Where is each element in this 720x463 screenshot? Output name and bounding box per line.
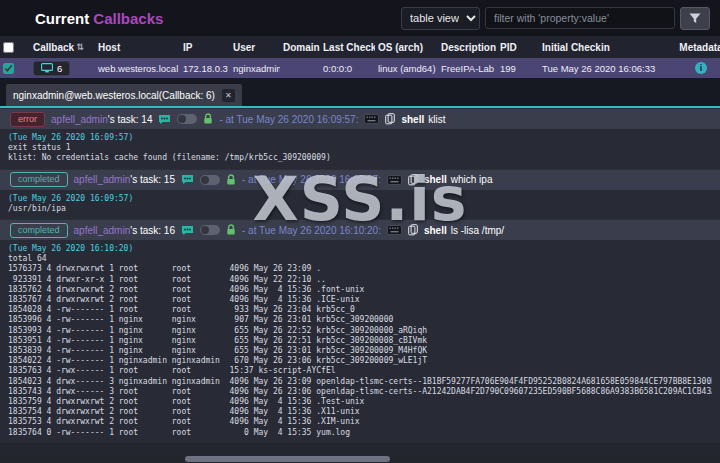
task-header-16: completed apfell_admin's task: 16 - at T…: [0, 219, 720, 240]
select-all-checkbox[interactable]: [3, 42, 14, 53]
row-user: nginxadmin: [230, 63, 280, 74]
callback-id-button[interactable]: 6: [33, 61, 70, 76]
row-initial-checkin: Tue May 26 2020 16:06:33: [539, 63, 679, 74]
task-timestamp: - at Tue May 26 2020 16:10:20:: [242, 225, 381, 236]
comment-toggle[interactable]: [200, 175, 220, 185]
col-initial-checkin: Initial Checkin: [539, 42, 679, 53]
comments-icon[interactable]: [181, 174, 194, 185]
tab-callback-6[interactable]: nginxadmin@web.westeros.local(Callback: …: [6, 84, 242, 106]
operator-name: apfell_admin: [51, 114, 108, 125]
status-badge: completed: [10, 223, 68, 238]
row-host: web.westeros.local: [95, 63, 180, 74]
lock-icon: [226, 174, 236, 186]
sort-icon[interactable]: ⇅: [76, 42, 84, 52]
funnel-icon: [689, 13, 701, 24]
col-host: Host: [95, 42, 180, 53]
command-params: ls -lisa /tmp/: [451, 225, 504, 236]
col-ip: IP: [180, 42, 230, 53]
keyboard-icon[interactable]: [387, 225, 402, 235]
response-output: exit status 1 klist: No credentials cach…: [8, 143, 712, 163]
page-title-prefix: Current: [35, 10, 93, 27]
callback-row[interactable]: 6 web.westeros.local 172.18.0.3 nginxadm…: [0, 58, 720, 78]
callback-id: 6: [57, 63, 62, 74]
operator-name: apfell_admin: [74, 225, 131, 236]
task-header-14: error apfell_admin's task: 14 - at Tue M…: [0, 108, 720, 129]
horizontal-scrollbar-thumb[interactable]: [185, 456, 390, 462]
lock-icon: [226, 224, 236, 236]
row-select-cell: [0, 63, 30, 74]
col-user: User: [230, 42, 280, 53]
task-title: apfell_admin's task: 14: [51, 114, 152, 125]
horizontal-scrollbar: [0, 455, 720, 463]
callbacks-app: Current Callbacks table view Callback⇅ H…: [0, 0, 720, 463]
monitor-icon: [41, 63, 53, 73]
col-description: Description: [438, 42, 497, 53]
col-callback-label: Callback: [33, 42, 74, 53]
task-title: apfell_admin's task: 15: [74, 174, 175, 185]
col-callback: Callback⇅: [30, 42, 95, 53]
top-bar: Current Callbacks table view: [0, 0, 720, 36]
task-timestamp: - at Tue May 26 2020 16:09:57:: [219, 114, 358, 125]
task-label: 's task: 16: [130, 225, 175, 236]
response-output: total 64 1576373 4 drwxrwxrwt 1 root roo…: [8, 254, 712, 438]
row-checkbox[interactable]: [3, 63, 14, 74]
row-os-arch: linux (amd64): [375, 63, 438, 74]
col-os-arch: OS (arch): [375, 42, 438, 53]
task-command: shell ls -lisa /tmp/: [424, 225, 504, 236]
row-last-checkin: 0:0:0:0: [320, 63, 375, 74]
callback-tab-bar: nginxadmin@web.westeros.local(Callback: …: [0, 78, 720, 108]
col-last-checkin: Last Checkin: [320, 42, 375, 53]
col-metadata: Metadata: [679, 42, 720, 53]
row-description: FreeIPA-Lab: [438, 63, 497, 74]
page-title-accent: Callbacks: [93, 10, 163, 27]
page-title: Current Callbacks: [10, 0, 163, 44]
row-metadata-cell: i: [679, 62, 720, 74]
copy-icon[interactable]: [408, 224, 418, 236]
comment-toggle[interactable]: [177, 114, 197, 124]
header-controls: table view: [401, 7, 710, 30]
info-icon[interactable]: i: [695, 62, 707, 74]
comments-icon[interactable]: [181, 225, 194, 236]
row-pid: 199: [497, 63, 539, 74]
response-timestamp: (Tue May 26 2020 16:09:57): [8, 133, 712, 143]
comment-toggle[interactable]: [200, 225, 220, 235]
task-response-16: (Tue May 26 2020 16:10:20) total 64 1576…: [0, 240, 720, 443]
task-response-14: (Tue May 26 2020 16:09:57) exit status 1…: [0, 129, 720, 169]
status-badge: completed: [10, 172, 68, 187]
status-badge: error: [10, 112, 45, 127]
comments-icon[interactable]: [158, 114, 171, 125]
row-callback-cell: 6: [30, 61, 95, 76]
command-name: shell: [424, 225, 447, 236]
task-label: 's task: 14: [108, 114, 153, 125]
operator-name: apfell_admin: [74, 174, 131, 185]
response-output: /usr/bin/ipa: [8, 204, 712, 214]
lock-icon: [203, 113, 213, 125]
command-params: klist: [428, 114, 445, 125]
response-timestamp: (Tue May 26 2020 16:09:57): [8, 194, 712, 204]
command-params: which ipa: [451, 174, 493, 185]
row-ip: 172.18.0.3: [180, 63, 230, 74]
col-domain: Domain: [280, 42, 320, 53]
copy-icon[interactable]: [385, 113, 395, 125]
tab-label: nginxadmin@web.westeros.local(Callback: …: [13, 90, 215, 101]
command-name: shell: [401, 114, 424, 125]
task-command: shell which ipa: [424, 174, 493, 185]
view-select[interactable]: table view: [401, 7, 480, 30]
keyboard-icon[interactable]: [387, 175, 402, 185]
close-icon[interactable]: ✕: [222, 89, 235, 102]
command-name: shell: [424, 174, 447, 185]
keyboard-icon[interactable]: [364, 114, 379, 124]
filter-button[interactable]: [680, 7, 710, 30]
copy-icon[interactable]: [408, 174, 418, 186]
task-title: apfell_admin's task: 16: [74, 225, 175, 236]
response-timestamp: (Tue May 26 2020 16:10:20): [8, 244, 712, 254]
task-response-15: (Tue May 26 2020 16:09:57) /usr/bin/ipa: [0, 190, 720, 219]
task-panel: error apfell_admin's task: 14 - at Tue M…: [0, 108, 720, 455]
select-all-cell: [0, 42, 30, 53]
task-label: 's task: 15: [130, 174, 175, 185]
col-pid: PID: [497, 42, 539, 53]
task-timestamp: - at Tue May 26 2020 16:09:57:: [242, 174, 381, 185]
task-command: shell klist: [401, 114, 445, 125]
task-header-15: completed apfell_admin's task: 15 - at T…: [0, 169, 720, 190]
filter-input[interactable]: [485, 7, 675, 29]
